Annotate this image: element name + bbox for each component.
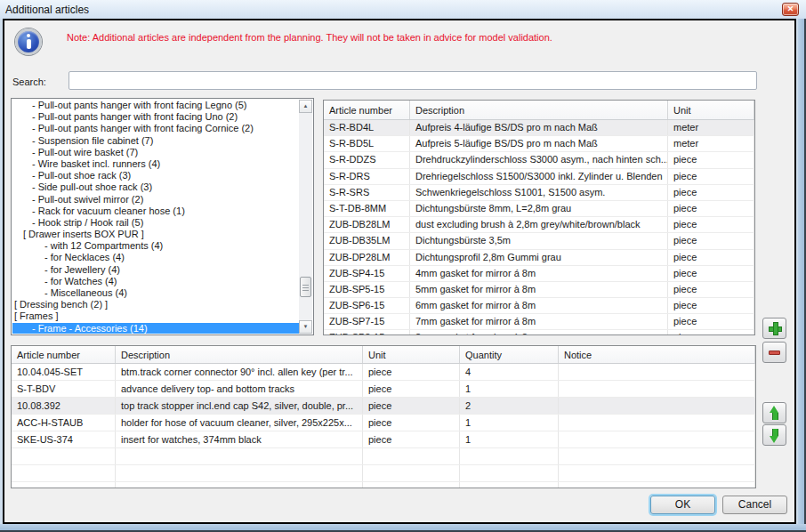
table-cell: ZUB-DB35LM	[324, 233, 410, 248]
table-row[interactable]: ACC-H-STAUBholder for hose of vacuum cle…	[12, 415, 755, 431]
tree-item[interactable]: - Pull-out pants hanger with front facin…	[12, 111, 299, 123]
tree-item[interactable]: - Hook strip / Hook rail (5)	[12, 217, 299, 229]
table-cell	[363, 482, 460, 488]
remove-article-button[interactable]	[762, 342, 786, 363]
table-row[interactable]: ZUB-SP6-156mm gasket for mirror à 8mpiec…	[324, 298, 754, 314]
tree-item[interactable]: [ Drawer inserts BOX PUR ]	[12, 229, 299, 240]
tree-item[interactable]: - Wire basket incl. runners (4)	[12, 158, 299, 170]
table-cell: top track stopper incl.end cap S42, silv…	[116, 398, 363, 414]
column-header[interactable]: Unit	[668, 101, 754, 119]
table-row[interactable]	[12, 482, 755, 488]
table-cell: ZUB-SP5-15	[324, 282, 410, 297]
scroll-up-icon[interactable]: ▲	[299, 100, 312, 113]
table-row[interactable]: S-R-BD4LAufpreis 4-läufige BS/DS pro m n…	[324, 120, 754, 136]
table-cell: S-R-DRS	[324, 169, 410, 184]
table-cell	[12, 482, 116, 488]
close-icon[interactable]: ✕	[782, 3, 799, 16]
table-cell: piece	[363, 381, 460, 397]
arrow-down-icon	[770, 429, 779, 443]
tree-item[interactable]: - Suspension file cabinet (7)	[12, 135, 299, 147]
table-row[interactable]: ZUB-DB35LMDichtungsbürste 3,5mpiece	[324, 233, 754, 249]
column-header[interactable]: Description	[116, 346, 363, 363]
table-row[interactable]: S-R-DDZSDrehdruckzylinderschloss S3000 a…	[324, 152, 754, 168]
tree-item[interactable]: [ Dressing bench (2) ]	[12, 299, 299, 310]
table-cell: holder for hose of vacuum cleaner, silve…	[116, 415, 363, 431]
table-row[interactable]	[12, 448, 755, 465]
table-row[interactable]	[12, 465, 755, 482]
tree-item[interactable]: - with 12 Compartments (4)	[12, 240, 299, 252]
table-row[interactable]: S-T-BDVadvance delivery top- and bottom …	[12, 381, 755, 398]
table-row[interactable]: ZUB-SP5-155mm gasket for mirror à 8mpiec…	[324, 282, 754, 298]
scroll-down-icon[interactable]: ▼	[299, 320, 312, 334]
table-row[interactable]: S-R-DRSDrehriegelschloss S1500/S3000 ink…	[324, 169, 754, 185]
table-cell: piece	[363, 415, 460, 431]
table-row[interactable]: S-R-BD5LAufpreis 5-läufige BS/DS pro m n…	[324, 136, 754, 152]
table-row[interactable]: ZUB-DP28LMDichtungsprofil 2,8m Gummi gra…	[324, 250, 754, 266]
search-input[interactable]	[69, 71, 757, 90]
tree-item[interactable]: - Pull-out wire basket (7)	[12, 147, 299, 158]
title-bar[interactable]: Additional articles	[0, 0, 806, 19]
table-row[interactable]: ZUB-SP7-157mm gasket for mirror á 8mpiec…	[324, 314, 754, 330]
table-row[interactable]: SKE-US-374insert for watches, 374mm blac…	[12, 431, 755, 448]
column-header[interactable]: Description	[410, 101, 668, 119]
table-cell: Dichtungsbürste 8mm, L=2,8m grau	[410, 201, 668, 216]
column-header[interactable]: Article number	[12, 346, 116, 363]
column-header[interactable]: Unit	[363, 346, 460, 363]
table-cell	[12, 448, 116, 464]
table-cell: 8mm gasket for mirror à 8m	[410, 330, 668, 335]
table-cell: 10.08.392	[12, 398, 116, 414]
table-cell: ZUB-SP4-15	[324, 266, 410, 281]
tree-item[interactable]: - Frame - Accessories (14)	[12, 323, 299, 334]
column-header[interactable]: Notice	[559, 346, 755, 363]
table-cell	[559, 482, 755, 488]
ok-button[interactable]: OK	[650, 496, 715, 514]
table-row[interactable]: ZUB-SP8-158mm gasket for mirror à 8mpiec…	[324, 330, 754, 335]
tree-item[interactable]: - Pull-out shoe rack (3)	[12, 170, 299, 181]
table-cell: 1	[460, 381, 559, 397]
tree-item[interactable]: - for Watches (4)	[12, 276, 299, 287]
table-cell: ZUB-DP28LM	[324, 250, 410, 265]
tree-scrollbar[interactable]: ▲ ▼	[299, 100, 312, 334]
minus-icon	[769, 351, 780, 355]
note-text: Note: Additional articles are independen…	[67, 32, 552, 43]
move-up-button[interactable]	[762, 402, 786, 423]
column-header[interactable]: Quantity	[460, 346, 559, 363]
table-cell: advance delivery top- and bottom tracks	[116, 381, 363, 397]
table-cell	[460, 448, 559, 464]
table-row[interactable]: ZUB-DB28LMdust excluding brush à 2,8m gr…	[324, 217, 754, 233]
table-cell: ZUB-SP8-15	[324, 330, 410, 335]
tree-item[interactable]: - Pull-out pants hanger with front facin…	[12, 100, 299, 111]
table-cell: S-R-BD5L	[324, 136, 410, 151]
scrollbar-thumb[interactable]	[300, 277, 311, 297]
table-cell: 1	[460, 415, 559, 431]
table-cell: Drehriegelschloss S1500/S3000 inkl. Zyli…	[410, 169, 668, 184]
tree-item[interactable]: - Miscellaneous (4)	[12, 287, 299, 299]
table-cell: meter	[668, 120, 754, 135]
tree-item[interactable]: - Rack for vacuum cleaner hose (1)	[12, 206, 299, 217]
add-article-button[interactable]	[762, 318, 786, 339]
table-cell: 4mm gasket for mirror á 8m	[410, 266, 668, 281]
tree-item[interactable]: - Side pull-out shoe rack (3)	[12, 181, 299, 193]
info-icon-bar	[27, 39, 31, 49]
table-cell: piece	[363, 431, 460, 447]
column-header[interactable]: Article number	[324, 101, 410, 119]
tree-item[interactable]: [ Frames ]	[12, 310, 299, 322]
table-cell: Aufpreis 5-läufige BS/DS pro m nach Maß	[410, 136, 668, 151]
tree-item[interactable]: - for Jewellery (4)	[12, 264, 299, 276]
table-cell	[12, 465, 116, 481]
table-cell: piece	[668, 152, 754, 167]
table-row[interactable]: 10.04.045-SETbtm.track corner connector …	[12, 364, 755, 381]
move-down-button[interactable]	[762, 424, 786, 446]
table-cell: piece	[668, 217, 754, 232]
tree-item[interactable]: - for Necklaces (4)	[12, 252, 299, 263]
table-row[interactable]: S-R-SRSSchwenkriegelschloss S1001, S1500…	[324, 185, 754, 201]
tree-item[interactable]: - Pull-out swivel mirror (2)	[12, 194, 299, 206]
cancel-button[interactable]: Cancel	[722, 496, 787, 514]
table-header-row: Article numberDescriptionUnitQuantityNot…	[12, 346, 755, 364]
table-row[interactable]: 10.08.392top track stopper incl.end cap …	[12, 398, 755, 415]
table-cell	[363, 465, 460, 481]
available-articles-table: Article numberDescriptionUnitS-R-BD4LAuf…	[323, 100, 755, 335]
table-row[interactable]: ZUB-SP4-154mm gasket for mirror á 8mpiec…	[324, 266, 754, 282]
tree-item[interactable]: - Pull-out pants hanger with front facin…	[12, 123, 299, 134]
table-row[interactable]: S-T-DB-8MMDichtungsbürste 8mm, L=2,8m gr…	[324, 201, 754, 217]
